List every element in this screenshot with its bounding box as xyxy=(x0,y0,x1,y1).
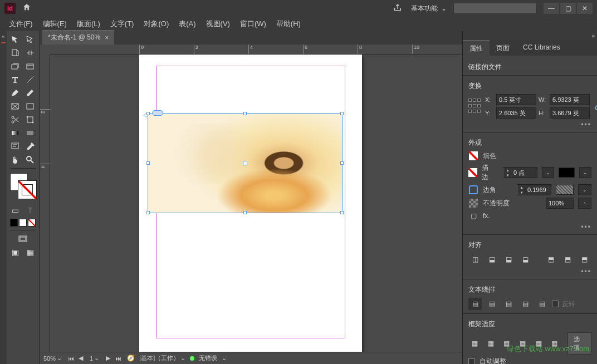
menu-file[interactable]: 文件(F) xyxy=(4,17,37,31)
screen-mode-preview[interactable]: ▦ xyxy=(23,246,37,258)
h-input[interactable] xyxy=(550,107,590,119)
x-input[interactable] xyxy=(496,94,536,105)
eyedropper-tool[interactable] xyxy=(23,140,37,153)
corner-style-dropdown[interactable]: ⌄ xyxy=(578,184,591,195)
minimize-button[interactable]: — xyxy=(544,3,559,14)
search-input[interactable] xyxy=(453,3,537,14)
wrap-shape-button[interactable]: ▤ xyxy=(502,298,515,310)
fx-frame-icon[interactable]: ▢ xyxy=(468,211,478,221)
tab-pages[interactable]: 页面 xyxy=(490,40,516,56)
wrap-column-button[interactable]: ▤ xyxy=(535,298,549,310)
selection-tool[interactable] xyxy=(8,33,22,46)
fit-content-aware-button[interactable]: ▦ xyxy=(500,337,513,350)
pencil-tool[interactable] xyxy=(23,87,37,99)
gradient-swatch-tool[interactable] xyxy=(8,127,22,139)
fit-proportional-button[interactable]: ▦ xyxy=(485,337,497,350)
stroke-swatch[interactable] xyxy=(18,181,36,199)
align-bottom-button[interactable]: ⬒ xyxy=(578,253,591,265)
opacity-input[interactable] xyxy=(546,198,574,209)
type-tool[interactable] xyxy=(8,73,22,86)
first-page-button[interactable]: ⏮ xyxy=(66,354,75,363)
stroke-weight-dropdown[interactable]: ⌄ xyxy=(542,167,554,178)
tab-properties[interactable]: 属性 xyxy=(463,40,490,56)
reference-point[interactable] xyxy=(468,99,481,114)
fit-content-button[interactable]: ▦ xyxy=(532,337,545,350)
direct-selection-tool[interactable] xyxy=(23,33,37,46)
line-tool[interactable] xyxy=(23,73,37,86)
next-page-button[interactable]: ▶ xyxy=(104,354,112,363)
view-mode-button[interactable] xyxy=(8,233,38,245)
fill-swatch-icon[interactable] xyxy=(469,151,478,160)
link-badge[interactable] xyxy=(152,110,163,116)
more-align[interactable]: ••• xyxy=(468,268,591,276)
invert-checkbox[interactable] xyxy=(552,301,559,307)
collapse-icon[interactable]: « xyxy=(2,33,5,40)
page-tool[interactable] xyxy=(8,47,22,59)
content-placer-tool[interactable] xyxy=(23,60,37,72)
stroke-style-dropdown[interactable]: ⌄ xyxy=(579,167,591,178)
corner-style-preview[interactable] xyxy=(556,185,574,195)
menu-edit[interactable]: 编辑(E) xyxy=(38,17,71,31)
menu-window[interactable]: 窗口(W) xyxy=(236,17,271,31)
align-top-button[interactable]: ⬒ xyxy=(544,253,557,265)
center-handle[interactable] xyxy=(243,161,247,165)
prev-page-button[interactable]: ◀ xyxy=(76,354,85,363)
constrain-icon[interactable]: 🔗 xyxy=(594,102,597,110)
content-collector-tool[interactable] xyxy=(8,60,22,72)
page-dropdown[interactable]: 1 ⌄ xyxy=(90,355,99,362)
format-container-button[interactable]: ▭ xyxy=(8,204,22,217)
image-frame[interactable] xyxy=(148,113,342,213)
zoom-tool[interactable] xyxy=(23,154,37,166)
menu-table[interactable]: 表(A) xyxy=(174,17,200,31)
stroke-swatch-icon[interactable] xyxy=(468,168,477,177)
last-page-button[interactable]: ⏭ xyxy=(114,354,123,363)
tab-cclibraries[interactable]: CC Libraries xyxy=(516,40,567,56)
fit-options-button[interactable]: 选项 xyxy=(567,332,591,355)
scissors-tool[interactable] xyxy=(8,114,22,126)
document-tab[interactable]: *未命名-1 @ 50% × xyxy=(42,30,114,45)
align-vcenter-button[interactable]: ⬒ xyxy=(561,253,574,265)
rectangle-frame-tool[interactable] xyxy=(8,100,22,112)
more-appearance[interactable]: ••• xyxy=(468,223,591,231)
auto-fit-checkbox[interactable] xyxy=(468,358,475,365)
pen-tool[interactable] xyxy=(8,87,22,99)
open-nav-icon[interactable]: 🧭 xyxy=(127,355,135,362)
stroke-style-preview[interactable] xyxy=(559,168,575,178)
canvas[interactable]: ◇ xyxy=(50,55,462,352)
fx-label[interactable]: fx. xyxy=(483,212,490,220)
menu-text[interactable]: 文字(T) xyxy=(106,17,139,31)
align-right-button[interactable]: ⬓ xyxy=(518,253,532,265)
maximize-button[interactable]: ▢ xyxy=(560,3,576,14)
align-left-button[interactable]: ⬓ xyxy=(485,253,498,265)
gap-tool[interactable] xyxy=(23,47,37,59)
format-text-button[interactable]: T xyxy=(23,204,37,217)
home-icon[interactable] xyxy=(22,3,31,14)
opacity-dropdown[interactable]: › xyxy=(578,198,591,209)
menu-help[interactable]: 帮助(H) xyxy=(272,17,305,31)
close-tab-icon[interactable]: × xyxy=(105,34,109,42)
wrap-jump-button[interactable]: ▤ xyxy=(518,298,532,310)
note-tool[interactable] xyxy=(8,140,22,153)
align-hcenter-button[interactable]: ⬓ xyxy=(502,253,515,265)
zoom-dropdown[interactable]: 50% ⌄ xyxy=(43,355,62,362)
wrap-bbox-button[interactable]: ▤ xyxy=(485,298,498,310)
workspace-switcher[interactable]: 基本功能⌄ xyxy=(411,4,447,13)
wrap-none-button[interactable]: ▤ xyxy=(468,298,482,310)
y-input[interactable] xyxy=(496,107,536,119)
fit-fill-button[interactable]: ▦ xyxy=(468,337,481,350)
menu-view[interactable]: 视图(V) xyxy=(202,17,234,31)
menu-object[interactable]: 对象(O) xyxy=(139,17,173,31)
screen-mode-normal[interactable]: ▣ xyxy=(8,246,22,258)
fit-center-button[interactable]: ▦ xyxy=(549,337,561,350)
menu-layout[interactable]: 版面(L) xyxy=(72,17,105,31)
w-input[interactable] xyxy=(550,94,590,105)
rectangle-tool[interactable] xyxy=(23,100,37,112)
more-transform[interactable]: ••• xyxy=(468,121,591,129)
preset-dropdown[interactable]: [基本]（工作） ⌄ xyxy=(139,354,185,362)
stroke-weight-input[interactable]: ▴▾ xyxy=(503,167,537,178)
gradient-feather-tool[interactable] xyxy=(23,127,37,139)
share-icon[interactable] xyxy=(393,3,402,14)
fit-frame-button[interactable]: ▦ xyxy=(516,337,529,350)
corner-size-input[interactable]: ▴▾ xyxy=(517,184,551,195)
close-button[interactable]: ✕ xyxy=(577,3,593,14)
